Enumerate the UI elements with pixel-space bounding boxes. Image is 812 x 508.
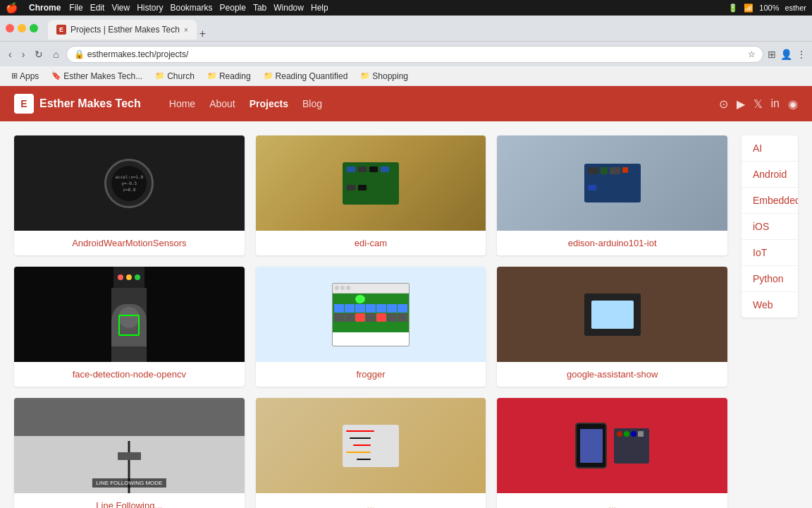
maximize-button[interactable] xyxy=(30,24,38,32)
battery-percent: 100% xyxy=(759,4,779,12)
bookmark-apps-label: Apps xyxy=(20,71,39,81)
project-card-edison[interactable]: edison-arduino101-iot xyxy=(497,135,727,255)
menu-history[interactable]: History xyxy=(137,3,163,13)
site-nav: E Esther Makes Tech Home About Projects … xyxy=(0,86,812,121)
menu-window[interactable]: Window xyxy=(273,3,304,13)
sidebar-item-python[interactable]: Python xyxy=(742,266,798,292)
tab-favicon: E xyxy=(56,25,66,35)
bookmark-apps[interactable]: ⊞ Apps xyxy=(6,70,44,83)
project-card-tablet[interactable]: ... xyxy=(497,398,727,508)
project-image-tablet xyxy=(497,398,727,493)
bookmark-reading-quantified[interactable]: 📁 Reading Quantified xyxy=(258,70,354,83)
active-tab[interactable]: E Projects | Esther Makes Tech × xyxy=(48,20,197,40)
bookmark-church[interactable]: 📁 Church xyxy=(149,70,200,83)
menu-tab[interactable]: Tab xyxy=(253,3,266,13)
sidebar-item-embedded[interactable]: Embedded xyxy=(742,188,798,214)
wifi-icon: 📶 xyxy=(744,4,753,13)
project-card-edicam[interactable]: edi-cam xyxy=(256,135,486,255)
bookmark-shopping-label: Shopping xyxy=(372,71,408,81)
menu-help[interactable]: Help xyxy=(311,3,328,13)
sidebar-item-web-label: Web xyxy=(753,299,773,310)
reading-quantified-icon: 📁 xyxy=(264,71,273,80)
apple-menu[interactable]: 🍎 xyxy=(6,2,18,13)
project-image-edison xyxy=(497,135,727,231)
project-card-breadboard[interactable]: ... xyxy=(256,398,486,508)
project-card-androidwear[interactable]: accel:x=1.0 y=-0.5 z=0.9 AndroidWearMoti… xyxy=(14,135,245,255)
logo-letter: E xyxy=(20,98,27,109)
back-button[interactable]: ‹ xyxy=(6,47,15,61)
project-card-linefollowing[interactable]: LINE FOLLOWING MODE Line Following... xyxy=(14,398,245,508)
rss-icon[interactable]: ◉ xyxy=(788,97,798,111)
sidebar-item-ios[interactable]: iOS xyxy=(742,214,798,240)
bookmark-church-label: Church xyxy=(167,71,195,81)
forward-button[interactable]: › xyxy=(19,47,28,61)
menu-view[interactable]: View xyxy=(111,3,130,13)
project-image-frogger xyxy=(256,267,486,362)
project-image-facedetection xyxy=(14,267,245,362)
sidebar-item-iot[interactable]: IoT xyxy=(742,240,798,266)
project-card-facedetection[interactable]: face-detection-node-opencv xyxy=(14,267,245,387)
profile-icon[interactable]: 👤 xyxy=(780,49,792,60)
nav-projects[interactable]: Projects xyxy=(250,98,288,109)
close-button[interactable] xyxy=(6,24,14,32)
project-image-edicam xyxy=(256,135,486,231)
projects-grid: accel:x=1.0 y=-0.5 z=0.9 AndroidWearMoti… xyxy=(14,135,727,508)
reload-button[interactable]: ↻ xyxy=(32,47,46,61)
tab-close-button[interactable]: × xyxy=(184,26,188,34)
site-nav-links: Home About Projects Blog xyxy=(169,98,322,109)
app-menu-chrome[interactable]: Chrome xyxy=(29,3,61,13)
nav-about[interactable]: About xyxy=(209,98,235,109)
home-button[interactable]: ⌂ xyxy=(50,47,61,61)
logo-icon: E xyxy=(14,94,34,114)
sidebar-item-android-label: Android xyxy=(753,169,787,180)
address-bar: ‹ › ↻ ⌂ 🔒 esthermakes.tech/projects/ ☆ ⊞… xyxy=(0,41,812,66)
new-tab-button[interactable]: + xyxy=(199,28,206,40)
project-title-google-assistant: google-assistant-show xyxy=(497,362,727,387)
project-card-google-assistant[interactable]: google-assistant-show xyxy=(497,267,727,387)
project-image-linefollowing: LINE FOLLOWING MODE xyxy=(14,398,245,493)
bookmark-shopping[interactable]: 📁 Shopping xyxy=(355,70,414,83)
bookmark-star-icon[interactable]: ☆ xyxy=(748,49,756,59)
extensions-icon[interactable]: ⊞ xyxy=(768,49,776,60)
bookmark-reading-quantified-label: Reading Quantified xyxy=(276,71,348,81)
nav-blog[interactable]: Blog xyxy=(302,98,322,109)
bookmarks-bar: ⊞ Apps 🔖 Esther Makes Tech... 📁 Church 📁… xyxy=(0,66,812,86)
project-title-edison: edison-arduino101-iot xyxy=(497,231,727,255)
bookmark-esther[interactable]: 🔖 Esther Makes Tech... xyxy=(46,70,148,83)
minimize-button[interactable] xyxy=(18,24,26,32)
reading-icon: 📁 xyxy=(207,71,217,80)
sidebar-item-web[interactable]: Web xyxy=(742,292,798,318)
esther-icon: 🔖 xyxy=(51,71,61,80)
lock-icon: 🔒 xyxy=(74,49,85,59)
project-image-androidwear: accel:x=1.0 y=-0.5 z=0.9 xyxy=(14,135,245,231)
project-title-facedetection: face-detection-node-opencv xyxy=(14,362,245,387)
church-icon: 📁 xyxy=(155,71,165,80)
tab-bar: E Projects | Esther Makes Tech × + xyxy=(48,17,806,40)
sidebar-item-android[interactable]: Android xyxy=(742,162,798,188)
menu-edit[interactable]: Edit xyxy=(90,3,105,13)
project-card-frogger[interactable]: frogger xyxy=(256,267,486,387)
bookmark-reading[interactable]: 📁 Reading xyxy=(202,70,257,83)
github-icon[interactable]: ⊙ xyxy=(719,97,728,111)
nav-home[interactable]: Home xyxy=(169,98,195,109)
linkedin-icon[interactable]: in xyxy=(771,97,780,111)
traffic-lights xyxy=(6,24,38,32)
sidebar-item-embedded-label: Embedded xyxy=(753,195,798,206)
menu-people[interactable]: People xyxy=(220,3,246,13)
battery-icon: 🔋 xyxy=(728,4,738,13)
site-nav-icons: ⊙ ▶ 𝕏 in ◉ xyxy=(719,97,798,111)
url-bar[interactable]: 🔒 esthermakes.tech/projects/ ☆ xyxy=(66,46,763,63)
sidebar: AI Android Embedded iOS IoT Python Web xyxy=(742,135,798,508)
bookmark-reading-label: Reading xyxy=(219,71,251,81)
menu-dots-icon[interactable]: ⋮ xyxy=(796,49,806,60)
sidebar-item-ai[interactable]: AI xyxy=(742,135,798,162)
project-title-linefollowing: Line Following... xyxy=(14,493,245,508)
menu-file[interactable]: File xyxy=(69,3,82,13)
menubar-items: File Edit View History Bookmarks People … xyxy=(69,3,328,13)
site-logo[interactable]: E Esther Makes Tech xyxy=(14,94,141,114)
twitter-icon[interactable]: 𝕏 xyxy=(753,97,763,111)
youtube-icon[interactable]: ▶ xyxy=(737,97,745,111)
sidebar-item-ai-label: AI xyxy=(753,143,762,154)
project-title-breadboard: ... xyxy=(256,493,486,508)
menu-bookmarks[interactable]: Bookmarks xyxy=(171,3,213,13)
